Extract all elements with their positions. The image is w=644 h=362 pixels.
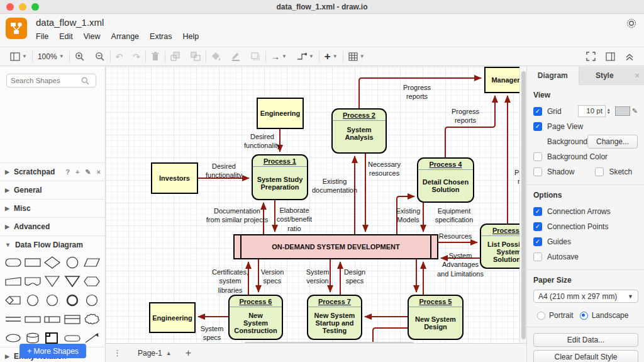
portrait-radio[interactable]: Portrait — [537, 311, 574, 320]
to-back-icon[interactable] — [186, 50, 206, 64]
shape-diamond[interactable] — [43, 256, 62, 269]
shape-ellipse[interactable] — [4, 331, 23, 345]
stepper-arrows-icon[interactable]: ▲▼ — [607, 108, 611, 115]
search-input[interactable] — [11, 77, 81, 84]
collapse-toolbar-icon[interactable] — [620, 50, 639, 64]
shadow-checkbox[interactable] — [533, 167, 542, 176]
fill-color-icon[interactable] — [206, 50, 226, 64]
shape-circle-small[interactable] — [23, 293, 42, 307]
tab-diagram[interactable]: Diagram — [527, 67, 579, 85]
grid-size-value[interactable]: 10 pt — [578, 105, 606, 117]
shape-directional-arrow[interactable] — [82, 331, 101, 345]
shape-panel-toggle-button[interactable]: ▼ — [5, 50, 32, 64]
close-panel-icon[interactable]: × — [630, 67, 644, 84]
theme-icon[interactable] — [625, 17, 638, 30]
table-dropdown[interactable]: ▼ — [343, 50, 370, 64]
node-process4[interactable]: Process 4 Detail Chosen Solution — [417, 157, 474, 203]
node-process6[interactable]: Process 6 New System Construction — [228, 295, 283, 340]
node-investors[interactable]: Investors — [151, 162, 198, 194]
to-front-icon[interactable] — [165, 50, 186, 64]
shape-display[interactable] — [4, 293, 23, 307]
shape-merge[interactable] — [63, 274, 82, 288]
shape-manual-operation[interactable] — [4, 274, 23, 288]
guides-checkbox[interactable]: ✓ — [533, 237, 542, 246]
page-view-checkbox[interactable]: ✓ — [533, 122, 542, 131]
sidebar-section-scratchpad[interactable]: ▶ Scratchpad ? + ✎ × — [0, 162, 106, 181]
shape-triangle-down[interactable] — [43, 274, 62, 288]
sidebar-section-general[interactable]: ▶General — [0, 181, 106, 199]
shape-database-cylinder[interactable] — [23, 331, 42, 345]
scratchpad-add-icon[interactable]: + — [75, 168, 79, 176]
autosave-checkbox[interactable] — [533, 252, 542, 261]
add-page-button[interactable]: + — [186, 348, 191, 359]
zoom-level-dropdown[interactable]: 100% ▼ — [33, 50, 69, 64]
shape-rounded-rectangle[interactable] — [4, 256, 23, 269]
background-change-button[interactable]: Change... — [587, 135, 638, 149]
node-process1[interactable]: Process 1 System Study Preparation — [252, 154, 308, 200]
menu-edit[interactable]: Edit — [59, 32, 73, 41]
grid-size-stepper[interactable]: 10 pt ▲▼ — [578, 105, 611, 117]
menu-help[interactable]: Help — [183, 32, 199, 41]
diagram-canvas[interactable]: Engineering Investors Management Enginee… — [106, 67, 526, 344]
shape-parallel-lines[interactable] — [4, 312, 23, 326]
shape-terminator[interactable] — [63, 331, 82, 345]
sidebar-section-misc[interactable]: ▶Misc — [0, 199, 106, 217]
zoom-out-icon[interactable] — [90, 50, 110, 64]
waypoint-style-dropdown[interactable]: ▼ — [292, 50, 319, 64]
shape-circle-thick[interactable] — [63, 293, 82, 307]
shadow-icon[interactable] — [246, 50, 265, 64]
connection-arrows-checkbox[interactable]: ✓ — [533, 207, 542, 216]
insert-dropdown[interactable]: +▼ — [319, 50, 343, 64]
shape-divided-rectangle[interactable] — [43, 312, 62, 326]
shape-circle-outline[interactable] — [82, 293, 101, 307]
node-engineering-bottom[interactable]: Engineering — [149, 302, 196, 333]
delete-icon[interactable] — [146, 50, 165, 64]
connection-points-checkbox[interactable]: ✓ — [533, 222, 542, 231]
shape-framed-rectangle[interactable] — [63, 312, 82, 326]
sketch-checkbox[interactable] — [595, 167, 604, 176]
background-color-checkbox[interactable] — [533, 152, 542, 161]
undo-icon[interactable]: ↶ — [111, 50, 128, 64]
menu-arrange[interactable]: Arrange — [111, 32, 139, 41]
shape-internal-storage[interactable] — [43, 331, 62, 345]
tab-style[interactable]: Style — [579, 67, 631, 84]
paper-size-select[interactable]: A4 (210 mm x 297 mm) ▼ — [533, 290, 638, 303]
node-process2[interactable]: Process 2 System Analysis — [331, 108, 387, 154]
shape-circle-plain[interactable] — [43, 293, 62, 307]
line-color-icon[interactable] — [226, 50, 246, 64]
node-process5[interactable]: Process 5 New System Design — [408, 295, 464, 340]
sidebar-section-advanced[interactable]: ▶Advanced — [0, 217, 106, 235]
shape-rectangle[interactable] — [23, 256, 42, 269]
search-shapes-box[interactable] — [6, 74, 96, 88]
format-panel-toggle-icon[interactable] — [601, 50, 620, 64]
node-on-demand-system-development[interactable]: ON-DEMAND SYSTEM DEVELOPMENT — [233, 234, 438, 259]
zoom-in-icon[interactable] — [70, 50, 90, 64]
pages-menu-icon[interactable]: ⋮ — [113, 348, 121, 358]
shape-hexagon[interactable] — [82, 274, 101, 288]
fullscreen-icon[interactable] — [581, 50, 601, 64]
grid-checkbox[interactable]: ✓ — [533, 107, 542, 116]
page-tab[interactable]: Page-1▲ — [133, 344, 177, 362]
node-engineering-top[interactable]: Engineering — [257, 98, 304, 129]
scratchpad-edit-icon[interactable]: ✎ — [85, 168, 91, 176]
grid-color-button[interactable]: ✎ — [615, 106, 638, 116]
edit-data-button[interactable]: Edit Data... — [533, 333, 638, 347]
menu-extras[interactable]: Extras — [150, 32, 172, 41]
clear-default-style-button[interactable]: Clear Default Style — [533, 350, 638, 362]
grid-color-swatch[interactable] — [615, 106, 630, 116]
menu-view[interactable]: View — [84, 32, 101, 41]
shape-data-store[interactable] — [23, 312, 42, 326]
connection-style-dropdown[interactable]: →▼ — [266, 50, 292, 64]
sidebar-section-data-flow-diagram[interactable]: ▼Data Flow Diagram — [0, 235, 106, 254]
shape-document[interactable] — [23, 274, 42, 288]
shape-cloud[interactable] — [82, 312, 101, 326]
menu-file[interactable]: File — [36, 32, 48, 41]
shape-circle[interactable] — [63, 256, 82, 269]
landscape-radio[interactable]: Landscape — [580, 311, 629, 320]
scratchpad-help-icon[interactable]: ? — [65, 168, 70, 176]
node-process7[interactable]: Process 7 New System Startup and Testing — [307, 295, 362, 340]
vertical-scrollbar[interactable] — [521, 71, 526, 339]
redo-icon[interactable]: ↷ — [128, 50, 145, 64]
scratchpad-close-icon[interactable]: × — [97, 168, 101, 176]
shape-parallelogram[interactable] — [82, 256, 101, 269]
